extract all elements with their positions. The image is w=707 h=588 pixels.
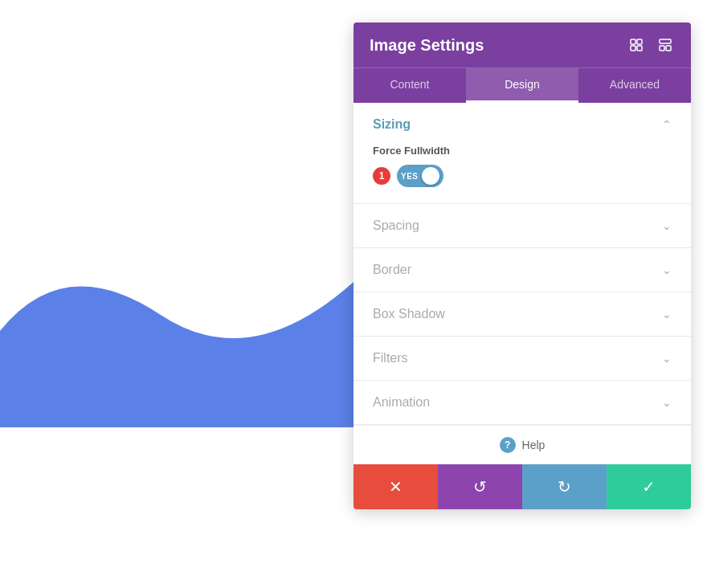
chevron-down-icon-spacing: ⌄: [662, 219, 672, 232]
footer-actions: ✕ ↺ ↻ ✓: [354, 464, 691, 509]
tab-content[interactable]: Content: [354, 68, 466, 103]
reset-icon: ↺: [473, 477, 487, 496]
expand-icon[interactable]: [627, 35, 646, 55]
force-fullwidth-label: Force Fullwidth: [373, 145, 672, 157]
reset-button[interactable]: ↺: [438, 464, 522, 509]
cancel-icon: ✕: [389, 477, 403, 496]
save-icon: ✓: [642, 477, 656, 496]
section-spacing: Spacing ⌄: [354, 204, 691, 248]
help-icon: ?: [500, 437, 516, 453]
wave-decoration: [0, 186, 370, 427]
chevron-down-icon-border: ⌄: [662, 263, 672, 276]
section-sizing-title: Sizing: [373, 117, 411, 132]
cancel-button[interactable]: ✕: [354, 464, 438, 509]
svg-rect-2: [631, 46, 635, 51]
section-box-shadow: Box Shadow ⌄: [354, 292, 691, 337]
section-border-header[interactable]: Border ⌄: [354, 248, 691, 292]
section-sizing: Sizing ⌃ Force Fullwidth 1 YES: [354, 103, 691, 204]
chevron-down-icon-animation: ⌄: [662, 396, 672, 409]
svg-rect-5: [660, 46, 664, 51]
tabs-bar: Content Design Advanced: [354, 67, 691, 103]
section-box-shadow-header[interactable]: Box Shadow ⌄: [354, 292, 691, 336]
svg-rect-0: [631, 39, 635, 44]
panel-header: Image Settings: [354, 22, 691, 67]
chevron-down-icon-box-shadow: ⌄: [662, 308, 672, 321]
tab-design[interactable]: Design: [466, 68, 578, 103]
chevron-down-icon-filters: ⌄: [662, 352, 672, 365]
section-box-shadow-title: Box Shadow: [373, 307, 445, 321]
toggle-thumb: [422, 167, 439, 185]
redo-button[interactable]: ↻: [522, 464, 607, 509]
force-fullwidth-row: 1 YES: [373, 165, 672, 187]
svg-rect-1: [637, 39, 642, 44]
help-bar[interactable]: ? Help: [354, 425, 691, 464]
layout-icon[interactable]: [656, 35, 675, 55]
help-label: Help: [522, 439, 546, 451]
chevron-up-icon: ⌃: [662, 118, 672, 131]
section-filters-title: Filters: [373, 351, 408, 365]
section-sizing-header[interactable]: Sizing ⌃: [354, 103, 691, 138]
panel-body: Sizing ⌃ Force Fullwidth 1 YES Spacing ⌄: [354, 103, 691, 464]
section-animation: Animation ⌄: [354, 381, 691, 425]
tab-advanced[interactable]: Advanced: [578, 68, 691, 103]
svg-rect-4: [660, 39, 671, 43]
svg-rect-6: [666, 46, 671, 51]
section-sizing-content: Force Fullwidth 1 YES: [354, 138, 691, 203]
section-filters: Filters ⌄: [354, 337, 691, 381]
section-animation-header[interactable]: Animation ⌄: [354, 381, 691, 424]
image-settings-panel: Image Settings Content Design: [354, 22, 691, 509]
badge-1: 1: [373, 167, 390, 185]
section-animation-title: Animation: [373, 395, 430, 410]
toggle-yes-label: YES: [401, 172, 419, 181]
section-border: Border ⌄: [354, 248, 691, 292]
save-button[interactable]: ✓: [607, 464, 691, 509]
header-icons: [627, 35, 675, 55]
section-spacing-header[interactable]: Spacing ⌄: [354, 204, 691, 247]
svg-rect-3: [637, 46, 642, 51]
section-filters-header[interactable]: Filters ⌄: [354, 337, 691, 380]
redo-icon: ↻: [558, 477, 571, 496]
panel-title: Image Settings: [370, 36, 484, 55]
section-border-title: Border: [373, 263, 411, 277]
force-fullwidth-toggle[interactable]: YES: [397, 165, 443, 187]
section-spacing-title: Spacing: [373, 218, 419, 233]
